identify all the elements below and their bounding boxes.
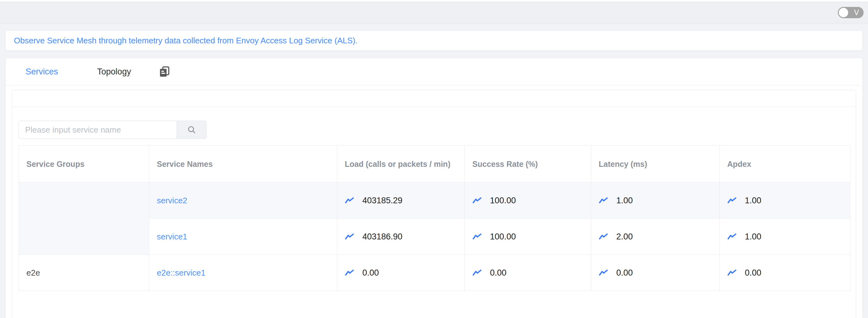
version-toggle[interactable]: V — [838, 7, 864, 18]
latency-cell: 2.00 — [591, 219, 720, 255]
metric-value: 100.00 — [490, 232, 516, 242]
trend-icon — [727, 269, 737, 277]
load-cell: 403185.29 — [337, 183, 465, 219]
col-success-rate: Success Rate (%) — [465, 146, 591, 183]
trend-icon — [345, 197, 354, 204]
documents-icon[interactable] — [159, 66, 170, 77]
trend-icon — [345, 269, 354, 277]
trend-icon — [472, 197, 482, 204]
top-toolbar: V — [0, 2, 868, 24]
metric-value: 0.00 — [362, 268, 379, 278]
metric-value: 0.00 — [490, 268, 506, 278]
group-cell — [19, 183, 149, 255]
trend-icon — [599, 269, 608, 277]
metric-value: 0.00 — [616, 268, 633, 278]
tab-services[interactable]: Services — [6, 67, 78, 77]
trend-icon — [599, 197, 608, 204]
trend-icon — [345, 233, 354, 241]
services-table: Service Groups Service Names Load (calls… — [19, 145, 850, 291]
panel-header — [12, 90, 856, 107]
banner-card: Observe Service Mesh through telemetry d… — [6, 31, 862, 50]
service-name-cell: service1 — [149, 219, 337, 255]
table-row: e2e e2e::service1 0.00 — [19, 255, 850, 291]
load-cell: 403186.90 — [337, 219, 465, 255]
apdex-cell: 1.00 — [720, 183, 850, 219]
tab-topology[interactable]: Topology — [78, 67, 150, 77]
trend-icon — [727, 233, 737, 241]
trend-icon — [472, 233, 482, 241]
col-latency: Latency (ms) — [591, 146, 720, 183]
success-rate-cell: 0.00 — [465, 255, 591, 291]
service-link[interactable]: service2 — [157, 196, 187, 205]
success-rate-cell: 100.00 — [465, 183, 591, 219]
metric-value: 1.00 — [616, 196, 633, 205]
service-name-cell: service2 — [149, 183, 337, 219]
apdex-cell: 1.00 — [720, 219, 850, 255]
page: Observe Service Mesh through telemetry d… — [0, 31, 868, 318]
tabs-bar: Services Topology — [6, 58, 862, 86]
load-cell: 0.00 — [337, 255, 465, 291]
col-apdex: Apdex — [720, 146, 850, 183]
trend-icon — [599, 233, 608, 241]
metric-value: 1.00 — [745, 196, 762, 205]
table-header-row: Service Groups Service Names Load (calls… — [19, 146, 850, 183]
banner-text: Observe Service Mesh through telemetry d… — [14, 36, 358, 45]
table-row: service2 403185.29 — [19, 183, 850, 219]
col-service-names: Service Names — [149, 146, 337, 183]
toggle-label: V — [854, 9, 859, 17]
trend-icon — [472, 269, 482, 277]
search-icon — [187, 125, 196, 134]
latency-cell: 1.00 — [591, 183, 720, 219]
metric-value: 1.00 — [745, 232, 762, 242]
metric-value: 0.00 — [745, 268, 762, 278]
panel-body: Service Groups Service Names Load (calls… — [12, 107, 856, 297]
toggle-knob[interactable] — [839, 8, 848, 17]
services-panel: Service Groups Service Names Load (calls… — [12, 90, 856, 318]
metric-value: 2.00 — [616, 232, 633, 242]
latency-cell: 0.00 — [591, 255, 720, 291]
content-card: Services Topology — [6, 58, 862, 318]
metric-value: 100.00 — [490, 196, 516, 205]
service-name-cell: e2e::service1 — [149, 255, 337, 291]
service-link[interactable]: service1 — [157, 232, 187, 241]
metric-value: 403185.29 — [362, 196, 403, 205]
col-service-groups: Service Groups — [19, 146, 149, 183]
service-link[interactable]: e2e::service1 — [157, 268, 206, 278]
group-cell: e2e — [19, 255, 149, 291]
search-input[interactable] — [19, 121, 177, 139]
trend-icon — [727, 197, 737, 204]
apdex-cell: 0.00 — [720, 255, 850, 291]
col-load: Load (calls or packets / min) — [337, 146, 465, 183]
success-rate-cell: 100.00 — [465, 219, 591, 255]
search-group — [19, 121, 207, 139]
metric-value: 403186.90 — [362, 232, 403, 242]
search-button[interactable] — [177, 121, 207, 139]
